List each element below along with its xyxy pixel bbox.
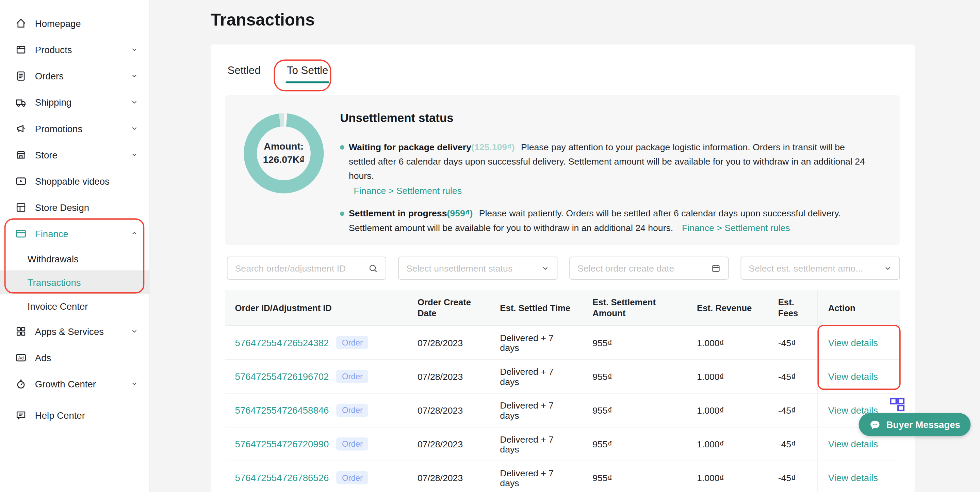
sidebar-item-label: Homepage <box>35 18 138 28</box>
chevron-down-icon <box>130 98 138 105</box>
order-id-link[interactable]: 576472554726458846 <box>235 405 329 415</box>
page-title: Transactions <box>211 11 315 30</box>
view-details-link[interactable]: View details <box>828 337 878 348</box>
sidebar-item-ads[interactable]: Ad Ads <box>0 344 150 371</box>
order-id-link[interactable]: 576472554726196702 <box>235 371 329 382</box>
unsettlement-status-select[interactable]: Select unsettlement status <box>398 257 557 280</box>
col-header-settlement-amount: Est. Settlement Amount <box>582 290 687 325</box>
sidebar: Homepage Products Orders Shipping <box>0 0 150 492</box>
est-revenue: 1.000₫ <box>687 326 768 359</box>
est-settlement-amount: 955₫ <box>582 326 687 359</box>
sidebar-item-orders[interactable]: Orders <box>0 63 150 89</box>
sidebar-item-products[interactable]: Products <box>0 37 150 63</box>
chevron-down-icon <box>130 380 138 387</box>
select-placeholder: Select unsettlement status <box>406 263 536 273</box>
est-settlement-amount-select[interactable]: Select est. settlement amo... <box>740 257 900 280</box>
buyer-messages-label: Buyer Messages <box>886 419 960 430</box>
settlement-rules-link[interactable]: Finance > Settlement rules <box>354 186 462 196</box>
order-type-badge: Order <box>336 471 368 484</box>
unsettlement-donut-chart: Amount: 126.07K₫ <box>243 113 324 193</box>
help-chat-icon <box>15 409 27 421</box>
est-settlement-amount: 955₫ <box>582 360 687 393</box>
calendar-icon <box>711 264 721 273</box>
transactions-card: Settled To Settle Amount: 126.07K₫ Unset… <box>211 44 915 492</box>
est-fees: -45₫ <box>768 360 817 393</box>
order-id-link[interactable]: 576472554726720990 <box>235 439 329 449</box>
sidebar-item-homepage[interactable]: Homepage <box>0 10 150 36</box>
bullet-title: Waiting for package delivery <box>349 142 471 152</box>
unsettlement-bullets: Waiting for package delivery(125.109₫)Pl… <box>340 140 869 235</box>
sidebar-item-shoppable-videos[interactable]: Shoppable videos <box>0 168 150 194</box>
video-play-icon <box>15 175 27 187</box>
svg-text:Ad: Ad <box>18 355 24 360</box>
bullet-settlement-progress: Settlement in progress(959₫)Please wait … <box>340 206 869 235</box>
sidebar-item-label: Shipping <box>35 97 123 107</box>
search-order-filter[interactable] <box>227 257 386 280</box>
sidebar-subitem-label: Withdrawals <box>27 253 79 264</box>
sidebar-item-invoice-center[interactable]: Invoice Center <box>0 294 150 318</box>
sidebar-item-store-design[interactable]: Store Design <box>0 194 150 220</box>
order-create-date: 07/28/2023 <box>408 326 490 359</box>
order-id-link[interactable]: 576472554726786526 <box>235 473 329 483</box>
est-settled-time: Delivered + 7 days <box>490 326 582 359</box>
col-header-order-id: Order ID/Adjustment ID <box>225 290 407 325</box>
unsettlement-status-panel: Amount: 126.07K₫ Unsettlement status Wai… <box>225 95 900 245</box>
grid-widget-icon[interactable] <box>885 397 906 412</box>
tab-settled[interactable]: Settled <box>226 48 262 92</box>
sidebar-item-label: Products <box>35 44 123 54</box>
table-row: 576472554726524382Order 07/28/2023 Deliv… <box>225 326 900 360</box>
bullet-amount: (959₫) <box>447 209 473 219</box>
buyer-messages-button[interactable]: Buyer Messages <box>859 413 971 436</box>
sidebar-item-finance[interactable]: Finance <box>0 220 150 247</box>
col-header-fees: Est. Fees <box>768 290 817 325</box>
finance-card-icon <box>15 228 27 240</box>
view-details-link[interactable]: View details <box>828 371 878 382</box>
order-create-date: 07/28/2023 <box>408 360 490 393</box>
sidebar-item-label: Store Design <box>35 202 138 212</box>
sidebar-item-label: Shoppable videos <box>35 176 138 186</box>
order-id-link[interactable]: 576472554726524382 <box>235 337 329 348</box>
table-row: 576472554726458846Order 07/28/2023 Deliv… <box>225 393 900 427</box>
app-root: Homepage Products Orders Shipping <box>0 0 980 492</box>
sidebar-item-label: Orders <box>35 70 123 81</box>
sidebar-item-label: Promotions <box>35 123 123 134</box>
home-icon <box>15 18 27 29</box>
unsettlement-heading: Unsettlement status <box>340 112 453 125</box>
est-settled-time: Delivered + 7 days <box>490 393 582 427</box>
est-fees: -45₫ <box>768 326 817 359</box>
chevron-down-icon <box>130 46 138 53</box>
settlement-tabs: Settled To Settle <box>226 44 329 95</box>
sidebar-item-shipping[interactable]: Shipping <box>0 89 150 115</box>
sidebar-item-label: Growth Center <box>35 378 123 389</box>
search-input[interactable] <box>235 263 363 273</box>
sidebar-item-withdrawals[interactable]: Withdrawals <box>0 247 150 270</box>
sidebar-item-store[interactable]: Store <box>0 141 150 168</box>
est-settled-time: Delivered + 7 days <box>490 360 582 393</box>
chat-bubble-icon <box>869 419 881 430</box>
order-create-date-picker[interactable]: Select order create date <box>569 257 729 280</box>
order-type-badge: Order <box>336 336 368 349</box>
chevron-up-icon <box>130 230 138 237</box>
sidebar-item-label: Ads <box>35 352 138 363</box>
store-icon <box>15 149 27 160</box>
donut-amount-value: 126.07K₫ <box>263 153 305 166</box>
sidebar-item-transactions[interactable]: Transactions <box>0 270 150 294</box>
chevron-down-icon <box>130 125 138 132</box>
bullet-title: Settlement in progress <box>349 209 447 219</box>
sidebar-item-help-center[interactable]: Help Center <box>0 402 150 428</box>
est-settlement-amount: 955₫ <box>582 393 687 427</box>
select-placeholder: Select est. settlement amo... <box>749 263 878 273</box>
sidebar-item-apps-services[interactable]: Apps & Services <box>0 318 150 344</box>
sidebar-item-growth-center[interactable]: Growth Center <box>0 371 150 396</box>
view-details-link[interactable]: View details <box>828 439 878 449</box>
bullet-amount: (125.109₫) <box>471 142 515 152</box>
chevron-down-icon <box>130 151 138 158</box>
products-icon <box>15 44 27 56</box>
settlement-rules-link[interactable]: Finance > Settlement rules <box>682 223 790 233</box>
chevron-down-icon <box>884 264 892 272</box>
bullet-waiting-delivery: Waiting for package delivery(125.109₫)Pl… <box>340 140 869 198</box>
tab-to-settle[interactable]: To Settle <box>285 48 329 92</box>
est-revenue: 1.000₫ <box>687 461 768 492</box>
view-details-link[interactable]: View details <box>828 473 878 483</box>
sidebar-item-promotions[interactable]: Promotions <box>0 115 150 141</box>
